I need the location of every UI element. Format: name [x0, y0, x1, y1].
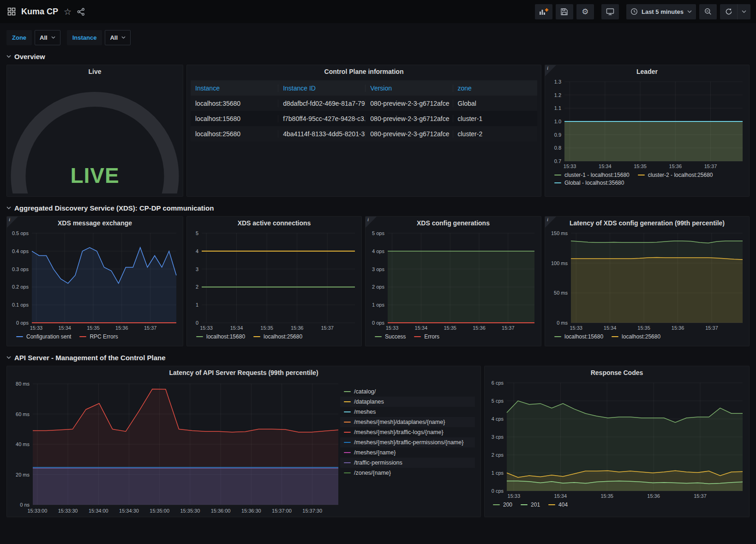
- svg-text:15:33: 15:33: [570, 325, 582, 331]
- panel-xds-message-exchange: XDS message exchange 15:3315:3415:3515:3…: [6, 216, 183, 346]
- svg-text:1 cps: 1 cps: [492, 470, 504, 476]
- time-range-label: Last 5 minutes: [642, 8, 684, 15]
- legend-color-dash: [344, 452, 351, 453]
- legend-color-dash: [344, 411, 351, 412]
- info-icon[interactable]: [545, 217, 556, 228]
- xds-message-chart[interactable]: 15:3315:3415:3515:3615:370 ops0.1 ops0.2…: [9, 230, 181, 332]
- table-cell: 080-preview-2-3-g6712afce: [365, 130, 452, 138]
- legend-item-200[interactable]: 200: [493, 502, 512, 508]
- save-icon[interactable]: [556, 4, 573, 19]
- legend-label: Errors: [424, 333, 439, 340]
- legend-item-localhost-25680[interactable]: localhost:25680: [253, 333, 302, 340]
- dashboard-grid-icon[interactable]: [7, 7, 16, 16]
- variable-zone-value[interactable]: All: [35, 30, 60, 45]
- legend-label: localhost:25680: [622, 333, 660, 340]
- panel-api-latency-title[interactable]: Latency of API Server Requests (99th per…: [7, 366, 480, 379]
- svg-text:15:33: 15:33: [200, 325, 213, 331]
- legend-item-meshes-name[interactable]: /meshes/{name}: [340, 447, 475, 458]
- response-codes-chart[interactable]: 15:3315:3415:3515:3615:370 cps1 cps2 cps…: [486, 379, 747, 500]
- legend-item-errors[interactable]: Errors: [414, 333, 439, 340]
- section-api-server[interactable]: API Server - Management of the Control P…: [6, 352, 750, 363]
- legend-item-localhost-15680[interactable]: localhost:15680: [554, 333, 603, 340]
- legend-item-rpc-errors[interactable]: RPC Errors: [79, 333, 118, 340]
- variable-instance-value[interactable]: All: [105, 30, 131, 45]
- table-header-zone[interactable]: zone: [453, 85, 537, 92]
- legend-item-cluster-1-localhost-15680[interactable]: cluster-1 - localhost:15680: [554, 172, 630, 178]
- legend-label: Configuration sent: [26, 333, 71, 340]
- section-xds[interactable]: Aggregated Discovery Service (XDS): CP-D…: [6, 203, 750, 213]
- refresh-interval-chevron[interactable]: [738, 4, 750, 19]
- table-cell: localhost:35680: [191, 100, 278, 107]
- legend-item-404[interactable]: 404: [548, 502, 568, 508]
- table-cell: d8dafbcf-fd02-469e-81a7-79...: [278, 100, 365, 107]
- legend-item-localhost-25680[interactable]: localhost:25680: [612, 333, 660, 340]
- clock-icon: [630, 8, 638, 15]
- refresh-icon[interactable]: [720, 4, 738, 19]
- legend-item-cluster-2-localhost-25680[interactable]: cluster-2 - localhost:25680: [638, 172, 713, 178]
- legend-label: /meshes/{name}: [354, 449, 396, 456]
- table-header-instance-id[interactable]: Instance ID: [278, 85, 365, 92]
- control-plane-table: InstanceInstance IDVersionzonelocalhost:…: [191, 80, 537, 141]
- legend-item-dataplanes[interactable]: /dataplanes: [340, 397, 475, 407]
- legend-item-success[interactable]: Success: [375, 333, 406, 340]
- table-header-version[interactable]: Version: [365, 85, 452, 92]
- legend-item-catalog[interactable]: /catalog/: [340, 387, 475, 397]
- legend-item-localhost-15680[interactable]: localhost:15680: [196, 333, 245, 340]
- section-overview[interactable]: Overview: [6, 51, 750, 61]
- panel-response-codes-title[interactable]: Response Codes: [485, 366, 749, 379]
- xds-config-chart[interactable]: 15:3315:3415:3515:3615:370 ops1 ops2 ops…: [367, 230, 539, 332]
- time-range-picker[interactable]: Last 5 minutes: [626, 4, 696, 19]
- gear-icon[interactable]: ⚙: [576, 4, 594, 19]
- svg-text:150 ms: 150 ms: [551, 230, 568, 236]
- legend-item-201[interactable]: 201: [521, 502, 540, 508]
- panel-live-title[interactable]: Live: [7, 65, 183, 78]
- zoom-out-icon[interactable]: [699, 4, 717, 19]
- legend-color-dash: [196, 336, 203, 337]
- add-panel-button[interactable]: [535, 4, 552, 19]
- svg-text:4: 4: [196, 248, 198, 254]
- panel-leader-title[interactable]: Leader: [545, 65, 749, 78]
- info-icon[interactable]: [545, 65, 556, 76]
- panel-cp-title[interactable]: Control Plane information: [187, 65, 541, 78]
- legend-item-zones-name[interactable]: /zones/{name}: [340, 468, 475, 478]
- svg-text:15:36: 15:36: [669, 163, 682, 169]
- svg-text:15:35: 15:35: [637, 325, 650, 331]
- legend-item-meshes-mesh-dataplanes-name[interactable]: /meshes/{mesh}/dataplanes/{name}: [340, 417, 475, 427]
- xds-latency-chart[interactable]: 15:3315:3415:3515:3615:370 ms50 ms100 ms…: [547, 230, 747, 332]
- legend-item-meshes-mesh-traffic-permissions-name[interactable]: /meshes/{mesh}/traffic-permissions/{name…: [340, 437, 475, 447]
- legend-color-dash: [612, 336, 618, 337]
- panel-xds-latency-title[interactable]: Latency of XDS config generation (99th p…: [545, 217, 749, 230]
- svg-text:1.1: 1.1: [554, 105, 561, 111]
- leader-chart[interactable]: 15:3315:3415:3515:3615:370.70.80.91.01.1…: [547, 78, 747, 170]
- legend-item-global-localhost-35680[interactable]: Global - localhost:35680: [554, 180, 624, 186]
- chevron-down-icon: [742, 10, 746, 13]
- panel-xds-config-title[interactable]: XDS config generations: [366, 217, 541, 230]
- table-header-instance[interactable]: Instance: [191, 85, 278, 92]
- legend-item-traffic-permissions[interactable]: /traffic-permissions: [340, 458, 475, 468]
- svg-text:0 ms: 0 ms: [557, 320, 568, 326]
- share-icon[interactable]: [77, 8, 85, 16]
- legend-color-dash: [16, 336, 23, 337]
- legend-item-configuration-sent[interactable]: Configuration sent: [16, 333, 71, 340]
- xds-active-chart[interactable]: 15:3315:3415:3515:3615:37012345: [189, 230, 360, 332]
- legend-item-meshes-mesh-traffic-logs-name[interactable]: /meshes/{mesh}/traffic-logs/{name}: [340, 427, 475, 437]
- svg-text:15:35: 15:35: [260, 325, 273, 331]
- nav-left: Kuma CP ☆: [7, 7, 85, 17]
- table-cell: localhost:15680: [191, 115, 278, 122]
- info-icon[interactable]: [366, 217, 377, 228]
- api-latency-chart[interactable]: 15:33:0015:33:3015:34:0015:34:3015:35:00…: [10, 380, 343, 515]
- info-icon[interactable]: [7, 217, 18, 228]
- legend-color-dash: [344, 432, 351, 433]
- panel-xds-message-title[interactable]: XDS message exchange: [7, 217, 183, 230]
- tv-mode-icon[interactable]: [601, 4, 619, 19]
- star-icon[interactable]: ☆: [64, 7, 72, 16]
- svg-text:15:36: 15:36: [291, 325, 304, 331]
- legend-label: localhost:15680: [564, 333, 603, 340]
- panel-xds-active-title[interactable]: XDS active connections: [187, 217, 361, 230]
- variable-instance-label: Instance: [67, 30, 102, 45]
- svg-text:15:36:00: 15:36:00: [211, 508, 231, 514]
- svg-text:15:34:00: 15:34:00: [89, 508, 108, 514]
- svg-text:15:35: 15:35: [600, 493, 613, 499]
- legend-item-meshes[interactable]: /meshes: [340, 407, 475, 417]
- svg-text:15:36: 15:36: [672, 325, 684, 331]
